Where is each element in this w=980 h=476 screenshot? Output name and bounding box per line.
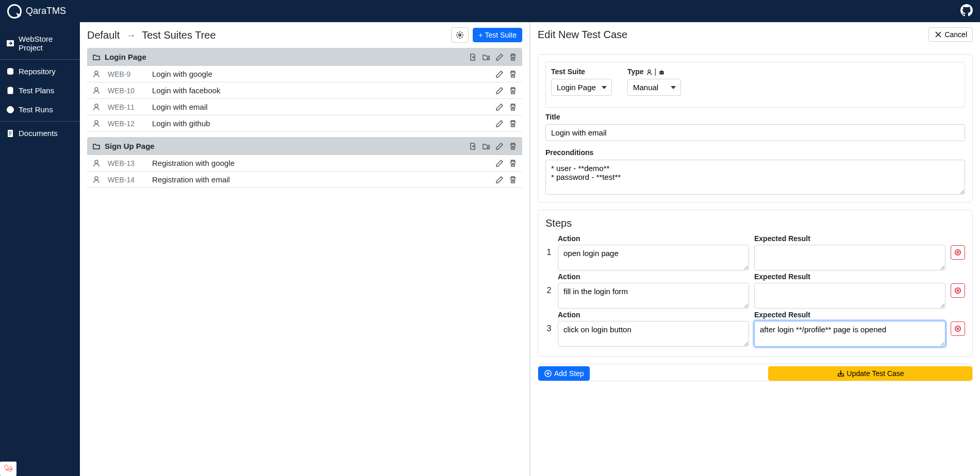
svg-point-12 (95, 177, 98, 180)
step-action-input[interactable]: click on login button (558, 321, 749, 347)
sidebar-project[interactable]: WebStore Project (0, 29, 80, 57)
suite-name: Sign Up Page (105, 142, 155, 150)
testcase-row[interactable]: WEB-12 Login with github (87, 115, 522, 132)
title-input[interactable] (545, 124, 965, 141)
add-folder-icon[interactable] (482, 53, 490, 61)
sidebar-repository[interactable]: Repository (0, 62, 80, 81)
x-circle-icon (954, 287, 961, 294)
breadcrumb-current: Test Suites Tree (142, 29, 215, 41)
trash-icon[interactable] (509, 159, 517, 167)
sidebar-test-runs[interactable]: Test Runs (0, 100, 80, 119)
svg-point-11 (95, 160, 98, 163)
action-label: Action (558, 234, 749, 243)
add-folder-icon[interactable] (482, 142, 490, 150)
x-circle-icon (954, 249, 961, 256)
laravel-badge[interactable] (0, 462, 16, 476)
breadcrumb-row: Default → Test Suites Tree + Test Suite (80, 22, 529, 48)
svg-point-6 (459, 34, 461, 36)
person-icon (92, 87, 101, 95)
person-icon (92, 70, 101, 78)
play-circle-icon (6, 106, 14, 114)
edit-icon[interactable] (495, 142, 504, 150)
edit-icon[interactable] (495, 159, 504, 167)
github-icon (960, 4, 973, 16)
sidebar-test-plans[interactable]: Test Plans (0, 81, 80, 100)
preconditions-label: Preconditions (545, 148, 965, 157)
svg-point-7 (95, 71, 98, 74)
delete-step-button[interactable] (951, 283, 965, 298)
edit-icon[interactable] (495, 70, 504, 78)
trash-icon[interactable] (509, 120, 517, 128)
person-icon (92, 159, 101, 167)
suite-group: Login Page WEB-9 Login with google WEB-1… (87, 48, 522, 132)
editor-header: Edit New Test Case Cancel (530, 22, 980, 47)
folder-icon (92, 53, 101, 61)
testcase-name: Login with github (152, 119, 210, 128)
breadcrumb-root[interactable]: Default (87, 29, 120, 41)
test-suite-select[interactable]: Login Page (551, 79, 612, 96)
github-link[interactable] (960, 4, 973, 18)
steps-title: Steps (545, 217, 965, 229)
edit-icon[interactable] (495, 103, 504, 111)
testcase-name: Registration with email (152, 175, 230, 184)
step-expected-input[interactable] (754, 245, 945, 270)
trash-icon[interactable] (509, 103, 517, 111)
step-expected-input[interactable]: after login **/profile** page is opened (754, 321, 945, 347)
step-action-input[interactable]: open login page (558, 245, 749, 270)
button-label: Update Test Case (847, 369, 904, 378)
cancel-button[interactable]: Cancel (928, 27, 973, 42)
button-label: Add Step (554, 369, 584, 378)
settings-button[interactable] (451, 27, 469, 43)
testcase-actions (495, 70, 517, 78)
testcase-id: WEB-12 (108, 120, 145, 128)
sidebar-item-label: Test Runs (19, 105, 53, 114)
svg-point-9 (95, 104, 98, 107)
step-expected-input[interactable] (754, 283, 945, 309)
add-file-icon[interactable] (469, 142, 477, 150)
testcase-row[interactable]: WEB-10 Login with facebook (87, 82, 522, 99)
testcase-name: Login with facebook (152, 86, 221, 95)
testcase-row[interactable]: WEB-13 Registration with google (87, 155, 522, 172)
suite-header[interactable]: Login Page (87, 48, 522, 66)
edit-icon[interactable] (495, 53, 504, 61)
trash-icon[interactable] (509, 142, 517, 150)
testcase-id: WEB-13 (108, 159, 145, 167)
sidebar-item-label: WebStore Project (19, 35, 74, 52)
add-test-suite-button[interactable]: + Test Suite (473, 28, 522, 42)
edit-icon[interactable] (495, 87, 504, 95)
testcase-row[interactable]: WEB-14 Registration with email (87, 172, 522, 188)
sidebar: WebStore Project Repository Test Plans T… (0, 22, 80, 476)
sidebar-documents[interactable]: Documents (0, 124, 80, 143)
add-step-button[interactable]: Add Step (538, 366, 590, 381)
main: Default → Test Suites Tree + Test Suite … (80, 22, 980, 476)
delete-step-button[interactable] (951, 321, 965, 336)
x-circle-icon (954, 325, 961, 332)
type-select[interactable]: Manual (627, 79, 681, 96)
add-file-icon[interactable] (469, 53, 477, 61)
step-number: 1 (545, 248, 553, 257)
trash-icon[interactable] (509, 176, 517, 184)
step-action-input[interactable]: fill in the login form (558, 283, 749, 309)
brand[interactable]: QaraTMS (7, 4, 66, 19)
trash-icon[interactable] (509, 70, 517, 78)
testcase-id: WEB-9 (108, 70, 145, 78)
testcase-row[interactable]: WEB-11 Login with email (87, 99, 522, 115)
preconditions-textarea[interactable] (545, 160, 965, 195)
edit-icon[interactable] (495, 120, 504, 128)
trash-icon[interactable] (509, 87, 517, 95)
expected-label: Expected Result (754, 234, 945, 243)
save-icon (837, 369, 845, 378)
edit-icon[interactable] (495, 176, 504, 184)
trash-icon[interactable] (509, 53, 517, 61)
sidebar-item-label: Repository (19, 67, 56, 76)
update-test-case-button[interactable]: Update Test Case (768, 366, 972, 381)
delete-step-button[interactable] (951, 245, 965, 260)
plus-circle-icon (544, 369, 552, 378)
testcase-row[interactable]: WEB-9 Login with google (87, 66, 522, 82)
testcase-id: WEB-14 (108, 176, 145, 184)
testcase-actions (495, 176, 517, 184)
suite-header[interactable]: Sign Up Page (87, 137, 522, 155)
button-label: Test Suite (485, 31, 517, 39)
arrow-icon: → (126, 29, 136, 41)
svg-rect-14 (659, 71, 663, 75)
